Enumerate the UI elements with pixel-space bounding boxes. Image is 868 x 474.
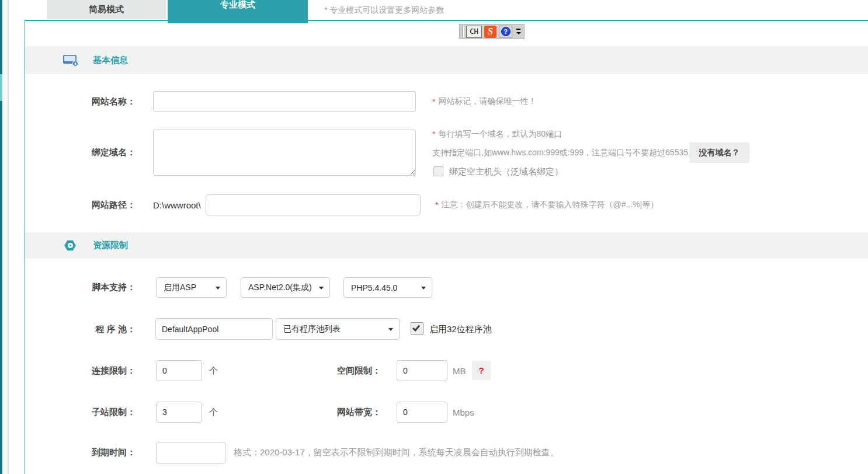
bind-domains-textarea[interactable] [153,130,416,176]
site-path-input[interactable] [206,194,421,215]
section-resource-limits: 资源限制 [25,232,868,259]
bind-domains-hint-1: * 每行填写一个域名，默认为80端口 [432,125,562,144]
help-button[interactable]: ? [499,26,512,38]
space-limit-input[interactable] [397,360,447,381]
select-caret-icon [216,287,220,290]
subsite-limit-unit: 个 [209,402,218,423]
select-caret-icon [421,287,426,290]
options-bar-icon [516,29,520,30]
site-path-label: 网站路径： [35,194,136,215]
monitor-plus-icon [63,55,77,65]
tab-simple-mode-label: 简易模式 [89,4,124,15]
hexagon-icon [64,240,76,252]
checkmark-icon [412,323,420,332]
app-pool-label: 程 序 池： [35,319,136,340]
asp-select[interactable]: 启用ASP [156,277,227,298]
bandwidth-label: 网站带宽： [304,402,381,423]
section-basic-info: 基本信息 [25,46,868,74]
bandwidth-input[interactable] [397,402,447,423]
space-limit-help-button[interactable]: ? [472,361,491,380]
connection-limit-label: 连接限制： [35,360,136,381]
tab-pro-mode[interactable]: 专业模式 [168,0,308,23]
wildcard-binding-checkbox-label: 绑定空主机头（泛域名绑定） [449,162,563,181]
app-pool-name-input[interactable] [155,318,273,340]
site-path-hint: * 注意：创建后不能更改，请不要输入特殊字符（@#...%|等） [435,194,658,215]
no-domain-button[interactable]: 没有域名？ [689,142,749,163]
site-name-label: 网站名称： [35,91,136,112]
bandwidth-unit: Mbps [453,402,474,423]
tab-pro-mode-label: 专业模式 [220,0,255,10]
space-limit-unit: MB [453,360,466,381]
enable-32bit-label: 启用32位程序池 [429,319,492,340]
space-limit-label: 空间限制： [304,360,381,381]
required-star: * [432,130,435,139]
language-toolbar: CH S ? [459,24,525,39]
section-resource-limits-title: 资源限制 [93,240,128,251]
site-name-hint: * 网站标记，请确保唯一性！ [432,91,536,112]
subsite-limit-label: 子站限制： [35,402,136,423]
required-star: * [432,97,435,106]
app-pool-list-select[interactable]: 已有程序池列表 [276,318,400,340]
select-caret-icon [319,287,324,290]
script-support-label: 脚本支持： [35,277,136,298]
toolbar-grip[interactable] [462,26,464,37]
site-path-prefix: D:\wwwroot\ [153,194,201,215]
expire-time-label: 到期时间： [35,442,136,463]
bind-domains-hint-2: 支持指定端口,如www.hws.com:999或:999，注意端口号不要超过65… [432,144,696,162]
create-site-page: 简易模式 专业模式 * 专业模式可以设置更多网站参数 CH S ? 基本信息 [0,0,868,474]
bind-domains-label: 绑定域名： [35,130,136,176]
aspnet-select[interactable]: ASP.Net2.0(集成) [241,277,330,298]
section-basic-info-title: 基本信息 [93,55,128,66]
site-name-input[interactable] [153,91,416,112]
tabs-hint: * 专业模式可以设置更多网站参数 [324,5,444,16]
left-gutter [2,0,9,474]
language-button[interactable]: CH [466,26,482,38]
sogou-icon[interactable]: S [484,26,497,38]
expire-time-hint: 格式：2020-03-17，留空表示不限制到期时间，系统每天凌晨会自动执行到期检… [234,442,559,463]
select-caret-icon [388,328,393,331]
connection-limit-unit: 个 [209,360,218,381]
enable-32bit-checkbox[interactable] [411,322,423,335]
wildcard-binding-checkbox[interactable] [433,166,443,176]
connection-limit-input[interactable] [156,360,202,381]
toolbar-options-button[interactable] [515,26,522,38]
subsite-limit-input[interactable] [156,402,202,423]
expire-time-input[interactable] [156,442,225,463]
required-star: * [435,200,438,210]
help-icon: ? [501,27,511,36]
php-select[interactable]: PHP5.4.45.0 [343,277,432,298]
tab-simple-mode[interactable]: 简易模式 [47,0,166,19]
chevron-down-icon [516,32,521,34]
